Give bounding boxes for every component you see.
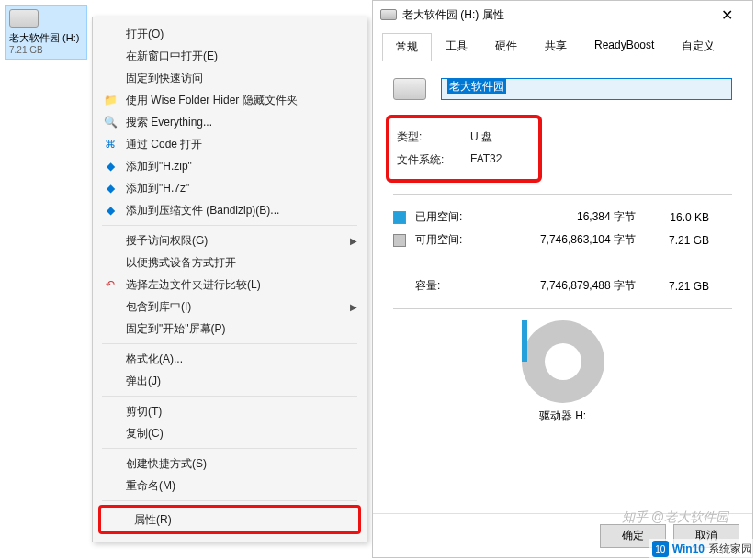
menu-item[interactable]: 固定到"开始"屏幕(P) — [93, 318, 367, 340]
close-button[interactable]: ✕ — [708, 6, 745, 24]
menu-item[interactable]: 授予访问权限(G)▶ — [93, 229, 367, 252]
used-label: 已用空间: — [415, 209, 498, 225]
menu-item[interactable]: 🔍搜索 Everything... — [93, 111, 367, 133]
usage-section: 已用空间: 16,384 字节 16.0 KB 可用空间: 7,746,863,… — [393, 206, 732, 252]
drive-tile-capacity: 7.21 GB — [9, 45, 83, 55]
watermark-win10: 10 Win10 系统家园 — [649, 539, 756, 559]
menu-item[interactable]: ◆添加到"H.zip" — [93, 155, 367, 177]
divider — [393, 194, 732, 195]
menu-item-icon-empty — [102, 27, 118, 41]
total-bytes: 7,746,879,488 字节 — [498, 278, 636, 294]
menu-item-highlighted: 属性(R) — [98, 505, 361, 534]
menu-item[interactable]: ◆添加到压缩文件 (Bandizip)(B)... — [93, 199, 367, 221]
menu-item-icon-empty — [102, 456, 118, 471]
menu-item-icon-empty — [102, 374, 118, 388]
chevron-right-icon: ▶ — [350, 236, 357, 246]
menu-item-label: 固定到"开始"屏幕(P) — [126, 321, 357, 337]
menu-item-label: 添加到压缩文件 (Bandizip)(B)... — [126, 203, 357, 218]
menu-item-label: 添加到"H.7z" — [126, 181, 357, 196]
tab-工具[interactable]: 工具 — [432, 32, 481, 61]
menu-item-icon: 🔍 — [102, 115, 118, 129]
menu-item-label: 授予访问权限(G) — [126, 233, 350, 249]
menu-item-label: 创建快捷方式(S) — [126, 456, 357, 472]
menu-item-label: 包含到库中(I) — [126, 299, 350, 315]
menu-item-label: 剪切(T) — [126, 404, 357, 419]
menu-item-label: 格式化(A)... — [126, 352, 357, 367]
menu-item-icon: ⌘ — [102, 137, 118, 151]
drive-letter: 驱动器 H: — [393, 408, 732, 424]
menu-separator — [102, 448, 357, 449]
menu-item-icon: ↶ — [102, 277, 118, 292]
fs-value: FAT32 — [470, 152, 502, 168]
tab-硬件[interactable]: 硬件 — [481, 32, 531, 61]
menu-item-properties[interactable]: 属性(R) — [101, 508, 358, 531]
dialog-body: 老大软件园 类型:U 盘 文件系统:FAT32 已用空间: 16,384 字节 … — [373, 61, 752, 513]
tab-共享[interactable]: 共享 — [531, 32, 581, 61]
menu-item-icon-empty — [102, 233, 118, 248]
used-human: 16.0 KB — [636, 211, 709, 224]
drive-icon — [380, 9, 397, 20]
menu-item-icon-empty — [102, 321, 118, 336]
menu-item-icon-empty — [102, 255, 118, 270]
menu-item-icon: 📁 — [102, 93, 118, 107]
menu-item-icon-empty — [102, 352, 118, 366]
type-value: U 盘 — [470, 129, 492, 145]
menu-item[interactable]: 固定到快速访问 — [93, 67, 367, 89]
menu-item-icon-empty — [110, 512, 127, 527]
menu-item-label: 打开(O) — [126, 27, 357, 42]
used-bytes: 16,384 字节 — [498, 209, 636, 225]
drive-icon — [9, 9, 39, 28]
menu-item[interactable]: 以便携式设备方式打开 — [93, 252, 367, 274]
menu-item[interactable]: 打开(O) — [93, 23, 367, 45]
menu-item[interactable]: ↶选择左边文件夹进行比较(L) — [93, 274, 367, 296]
menu-item[interactable]: 在新窗口中打开(E) — [93, 45, 367, 67]
menu-item-label: 使用 Wise Folder Hider 隐藏文件夹 — [126, 93, 357, 108]
menu-item-label: 以便携式设备方式打开 — [126, 255, 357, 271]
menu-item[interactable]: 弹出(J) — [93, 370, 367, 392]
menu-item-label: 通过 Code 打开 — [126, 137, 357, 152]
menu-item-icon-empty — [102, 426, 118, 441]
highlight-type-fs: 类型:U 盘 文件系统:FAT32 — [386, 115, 542, 183]
context-menu: 打开(O)在新窗口中打开(E)固定到快速访问📁使用 Wise Folder Hi… — [92, 17, 367, 542]
tab-常规[interactable]: 常规 — [382, 33, 432, 61]
menu-item[interactable]: 📁使用 Wise Folder Hider 隐藏文件夹 — [93, 89, 367, 111]
menu-item-icon: ◆ — [102, 181, 118, 196]
menu-item-icon: ◆ — [102, 203, 118, 218]
menu-item-icon-empty — [102, 478, 118, 493]
menu-item-label: 复制(C) — [126, 426, 357, 442]
menu-item[interactable]: 格式化(A)... — [93, 348, 367, 370]
total-human: 7.21 GB — [636, 280, 709, 293]
dialog-title: 老大软件园 (H:) 属性 — [402, 7, 708, 23]
menu-item-icon-empty — [102, 49, 118, 63]
type-label: 类型: — [397, 129, 470, 145]
menu-item[interactable]: 创建快捷方式(S) — [93, 453, 367, 475]
menu-item-label: 在新窗口中打开(E) — [126, 49, 357, 64]
menu-separator — [102, 500, 357, 501]
menu-item[interactable]: 包含到库中(I)▶ — [93, 296, 367, 318]
divider — [393, 263, 732, 263]
menu-item-label: 属性(R) — [134, 512, 349, 528]
menu-item-icon-empty — [102, 71, 118, 85]
menu-item[interactable]: 复制(C) — [93, 422, 367, 444]
menu-separator — [102, 343, 357, 344]
fs-label: 文件系统: — [397, 152, 470, 168]
free-bytes: 7,746,863,104 字节 — [498, 232, 636, 248]
menu-item[interactable]: ⌘通过 Code 打开 — [93, 133, 367, 155]
menu-item[interactable]: 重命名(M) — [93, 475, 367, 497]
pie-chart-icon — [522, 320, 604, 403]
menu-item-label: 选择左边文件夹进行比较(L) — [126, 277, 357, 293]
menu-item-icon-empty — [102, 404, 118, 419]
tab-ReadyBoost[interactable]: ReadyBoost — [581, 32, 668, 61]
free-swatch — [393, 234, 406, 247]
free-label: 可用空间: — [415, 232, 498, 248]
menu-item[interactable]: 剪切(T) — [93, 400, 367, 422]
drive-tile[interactable]: 老大软件园 (H:) 7.21 GB — [5, 5, 87, 60]
drive-name-input[interactable]: 老大软件园 — [441, 78, 732, 100]
win10-badge-icon: 10 — [652, 541, 669, 557]
used-swatch — [393, 211, 406, 224]
properties-dialog: 老大软件园 (H:) 属性 ✕ 常规工具硬件共享ReadyBoost自定义 老大… — [372, 0, 753, 558]
tab-自定义[interactable]: 自定义 — [668, 32, 728, 61]
menu-item[interactable]: ◆添加到"H.7z" — [93, 177, 367, 199]
menu-item-label: 搜索 Everything... — [126, 115, 357, 130]
menu-separator — [102, 225, 357, 226]
